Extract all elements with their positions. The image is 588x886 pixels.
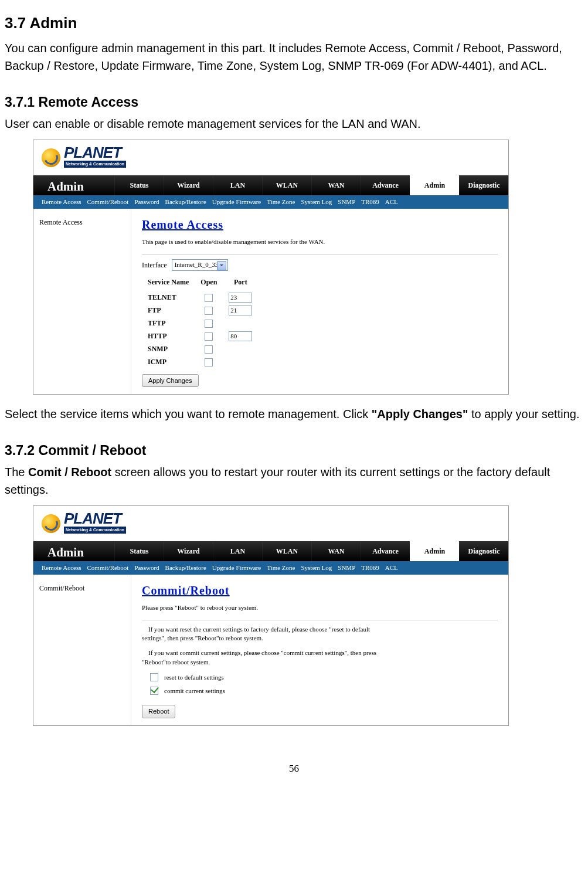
commit-current-checkbox[interactable] bbox=[150, 687, 158, 695]
tab-status[interactable]: Status bbox=[114, 175, 164, 195]
sub-nav: Remote AccessCommit/RebootPasswordBackup… bbox=[33, 195, 508, 209]
subnav-item[interactable]: SNMP bbox=[338, 197, 355, 207]
main-nav: Admin StatusWizardLANWLANWANAdvanceAdmin… bbox=[33, 541, 508, 561]
divider bbox=[142, 620, 498, 620]
table-row: HTTP80 bbox=[142, 330, 258, 342]
subnav-item[interactable]: TR069 bbox=[361, 197, 379, 207]
tab-diagnostic[interactable]: Diagnostic bbox=[459, 541, 508, 561]
service-name: TFTP bbox=[142, 317, 195, 330]
commit-current-label: commit current settings bbox=[164, 686, 225, 696]
subnav-item[interactable]: Remote Access bbox=[42, 197, 81, 207]
logo-text: PLANET bbox=[64, 510, 121, 527]
tab-lan[interactable]: LAN bbox=[213, 541, 262, 561]
tab-status[interactable]: Status bbox=[114, 541, 164, 561]
service-port-input[interactable]: 23 bbox=[229, 293, 252, 303]
services-table: Service NameOpenPort TELNET23FTP21TFTPHT… bbox=[142, 276, 258, 368]
service-name: HTTP bbox=[142, 330, 195, 342]
heading-section: 3.7 Admin bbox=[5, 12, 583, 35]
service-name: SNMP bbox=[142, 342, 195, 355]
service-open-checkbox[interactable] bbox=[205, 358, 213, 366]
tab-lan[interactable]: LAN bbox=[213, 175, 262, 195]
subnav-item[interactable]: Password bbox=[134, 563, 159, 573]
subnav-item[interactable]: Password bbox=[134, 197, 159, 207]
col-header: Open bbox=[195, 276, 223, 291]
main-nav: Admin StatusWizardLANWLANWANAdvanceAdmin… bbox=[33, 175, 508, 195]
col-header: Service Name bbox=[142, 276, 195, 291]
panel-title: Remote Access bbox=[142, 216, 498, 233]
table-row: FTP21 bbox=[142, 304, 258, 317]
reboot-button[interactable]: Reboot bbox=[142, 705, 175, 718]
sidebar-label: Remote Access bbox=[33, 209, 131, 394]
table-row: SNMP bbox=[142, 342, 258, 355]
logo-icon bbox=[42, 148, 60, 167]
panel-title: Commit/Reboot bbox=[142, 582, 498, 599]
reset-default-label: reset to default settings bbox=[164, 673, 224, 683]
subnav-item[interactable]: Time Zone bbox=[267, 197, 295, 207]
subnav-item[interactable]: ACL bbox=[385, 197, 398, 207]
logo-icon bbox=[42, 514, 60, 533]
subnav-item[interactable]: TR069 bbox=[361, 563, 379, 573]
subnav-item[interactable]: ACL bbox=[385, 563, 398, 573]
screenshot-commit-reboot: PLANET Networking & Communication Admin … bbox=[33, 505, 509, 726]
subnav-item[interactable]: Commit/Reboot bbox=[87, 563, 129, 573]
subnav-item[interactable]: System Log bbox=[301, 563, 332, 573]
tab-advance[interactable]: Advance bbox=[361, 175, 410, 195]
sub-nav: Remote AccessCommit/RebootPasswordBackup… bbox=[33, 561, 508, 575]
service-open-checkbox[interactable] bbox=[205, 307, 213, 315]
tab-diagnostic[interactable]: Diagnostic bbox=[459, 175, 508, 195]
reset-default-checkbox[interactable] bbox=[150, 673, 158, 681]
panel-hint: Please press "Reboot" to reboot your sys… bbox=[142, 603, 498, 613]
tab-advance[interactable]: Advance bbox=[361, 541, 410, 561]
service-open-checkbox[interactable] bbox=[205, 345, 213, 354]
table-row: TELNET23 bbox=[142, 291, 258, 304]
sidebar-label: Commit/Reboot bbox=[33, 575, 131, 725]
tab-admin[interactable]: Admin bbox=[410, 541, 459, 561]
subnav-item[interactable]: Upgrade Firmware bbox=[212, 563, 261, 573]
note-2: If you want commit current settings, ple… bbox=[142, 649, 394, 667]
logo-subtext: Networking & Communication bbox=[64, 527, 126, 534]
service-open-checkbox[interactable] bbox=[205, 332, 213, 341]
tab-wan[interactable]: WAN bbox=[311, 541, 361, 561]
subnav-item[interactable]: Time Zone bbox=[267, 563, 295, 573]
service-name: FTP bbox=[142, 304, 195, 317]
interface-label: Interface bbox=[142, 260, 167, 270]
subnav-item[interactable]: Backup/Restore bbox=[165, 197, 206, 207]
tab-admin[interactable]: Admin bbox=[410, 175, 459, 195]
service-port-input[interactable]: 21 bbox=[229, 305, 252, 315]
tab-wlan[interactable]: WLAN bbox=[262, 175, 311, 195]
heading-sub1: 3.7.1 Remote Access bbox=[5, 92, 583, 113]
divider bbox=[142, 254, 498, 254]
subnav-item[interactable]: Upgrade Firmware bbox=[212, 197, 261, 207]
apply-changes-button[interactable]: Apply Changes bbox=[142, 374, 199, 388]
service-open-checkbox[interactable] bbox=[205, 320, 213, 328]
service-name: ICMP bbox=[142, 355, 195, 368]
heading-sub2: 3.7.2 Commit / Reboot bbox=[5, 440, 583, 461]
subnav-item[interactable]: Remote Access bbox=[42, 563, 81, 573]
logo: PLANET Networking & Communication bbox=[42, 147, 126, 168]
screenshot-remote-access: PLANET Networking & Communication Admin … bbox=[33, 140, 509, 395]
table-row: TFTP bbox=[142, 317, 258, 330]
logo-subtext: Networking & Communication bbox=[64, 161, 126, 168]
shot-header: PLANET Networking & Communication bbox=[33, 506, 508, 541]
nav-brand: Admin bbox=[33, 541, 114, 561]
tab-wizard[interactable]: Wizard bbox=[164, 175, 213, 195]
service-open-checkbox[interactable] bbox=[205, 294, 213, 302]
subnav-item[interactable]: SNMP bbox=[338, 563, 355, 573]
sub1-lead: User can enable or disable remote manage… bbox=[5, 115, 583, 133]
service-port-input[interactable]: 80 bbox=[229, 331, 252, 341]
logo-text: PLANET bbox=[64, 144, 121, 161]
col-header: Port bbox=[223, 276, 258, 291]
note-1: If you want reset the current settings t… bbox=[142, 625, 394, 643]
subnav-item[interactable]: Commit/Reboot bbox=[87, 197, 129, 207]
sub1-after: Select the service items which you want … bbox=[5, 405, 583, 423]
tab-wlan[interactable]: WLAN bbox=[262, 541, 311, 561]
subnav-item[interactable]: Backup/Restore bbox=[165, 563, 206, 573]
section-intro: You can configure admin management in th… bbox=[5, 39, 583, 74]
interface-select[interactable]: Internet_R_0_33 bbox=[172, 259, 229, 271]
nav-brand: Admin bbox=[33, 175, 114, 195]
table-row: ICMP bbox=[142, 355, 258, 368]
tab-wizard[interactable]: Wizard bbox=[164, 541, 213, 561]
logo: PLANET Networking & Communication bbox=[42, 513, 126, 534]
tab-wan[interactable]: WAN bbox=[311, 175, 361, 195]
subnav-item[interactable]: System Log bbox=[301, 197, 332, 207]
